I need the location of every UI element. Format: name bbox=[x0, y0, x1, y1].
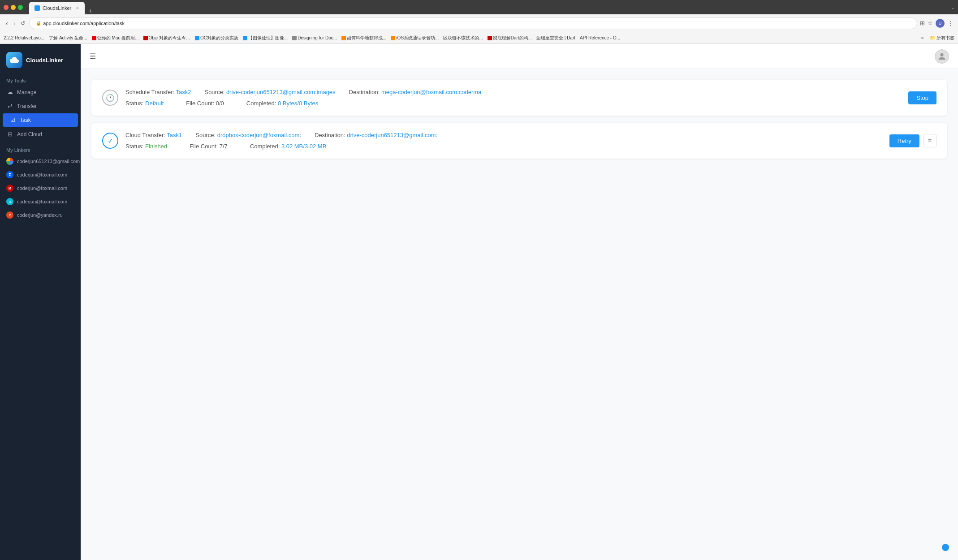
sidebar-item-add-cloud[interactable]: ⊞ Add Cloud bbox=[0, 127, 81, 141]
bookmark-8[interactable]: 如何科学地获得成... bbox=[341, 35, 386, 41]
linker-item-gmail[interactable]: coderjun651213@gmail.com bbox=[0, 155, 81, 168]
retry-button[interactable]: Retry bbox=[889, 134, 919, 147]
back-button[interactable]: ‹ bbox=[4, 18, 9, 28]
task2-name-link[interactable]: Task2 bbox=[176, 89, 191, 95]
task2-info: Schedule Transfer: Task2 Source: drive-c… bbox=[125, 89, 901, 107]
task2-file-count: File Count: 0/0 bbox=[186, 100, 224, 107]
star-icon[interactable]: ☆ bbox=[928, 20, 933, 26]
task1-status-value: Finished bbox=[145, 143, 167, 150]
traffic-lights bbox=[4, 5, 23, 10]
top-bar: ☰ bbox=[81, 44, 958, 69]
task1-bottom-row: Status: Finished File Count: 7/7 Complet… bbox=[125, 143, 882, 150]
cloud-logo-icon bbox=[10, 56, 19, 65]
bookmark-9[interactable]: iOS系统通话录音功... bbox=[391, 35, 439, 41]
hamburger-menu-icon[interactable]: ☰ bbox=[90, 52, 96, 60]
bookmark-5[interactable]: OC对象的分类实质 bbox=[195, 35, 238, 41]
task2-top-row: Schedule Transfer: Task2 Source: drive-c… bbox=[125, 89, 901, 95]
task2-status-icon: 🕐 bbox=[102, 90, 118, 106]
sidebar-item-manage[interactable]: ☁ Manage bbox=[0, 85, 81, 99]
task1-actions: Retry ≡ bbox=[889, 134, 936, 147]
cloud4-email: coderjun@foxmail.com bbox=[17, 199, 67, 204]
traffic-light-red[interactable] bbox=[4, 5, 9, 10]
task2-status: Status: Default bbox=[125, 100, 164, 107]
address-input-container[interactable]: 🔒 app.cloudslinker.com/application/task bbox=[29, 17, 917, 29]
yandex-email: coderjun@yandex.ru bbox=[17, 212, 63, 218]
transfer-label: Transfer bbox=[17, 103, 37, 109]
reload-button[interactable]: ↺ bbox=[19, 19, 26, 28]
add-cloud-icon: ⊞ bbox=[6, 131, 13, 138]
bookmark-12[interactable]: 迈珺至空安全 | Dart bbox=[536, 35, 575, 41]
gmail-avatar bbox=[6, 158, 13, 165]
tab-title: CloudsLinker bbox=[43, 5, 71, 11]
sidebar: CloudsLinker My Tools ☁ Manage ⇄ Transfe… bbox=[0, 44, 81, 560]
my-tools-section-label: My Tools bbox=[0, 75, 81, 85]
task1-status-icon: ✓ bbox=[102, 133, 118, 149]
task1-completed: Completed: 3.02 MB/3.02 MB bbox=[250, 143, 327, 150]
task1-type-label: Cloud Transfer: Task1 bbox=[125, 132, 182, 138]
bookmark-6[interactable]: 【图像处理】图像... bbox=[243, 35, 288, 41]
bookmark-10[interactable]: 区块链不该技术的... bbox=[443, 35, 483, 41]
bookmark-4[interactable]: Objc 对象的今生今… bbox=[143, 35, 190, 41]
bookmark-7[interactable]: Designing for Doc... bbox=[292, 35, 337, 40]
more-options-button[interactable]: ≡ bbox=[923, 134, 936, 147]
tab-favicon bbox=[35, 5, 40, 11]
bookmark-1[interactable]: 2.2.2 RelativeLayo... bbox=[4, 35, 44, 40]
task2-bottom-row: Status: Default File Count: 0/0 Complete… bbox=[125, 100, 901, 107]
task1-info: Cloud Transfer: Task1 Source: dropbox-co… bbox=[125, 132, 882, 150]
more-options-icon[interactable]: ⋮ bbox=[947, 20, 954, 27]
bookmarks-bar: 2.2.2 RelativeLayo... 了解 Activity 生命... … bbox=[0, 32, 958, 44]
sidebar-logo: CloudsLinker bbox=[0, 48, 81, 75]
user-icon bbox=[938, 52, 946, 60]
task-card-task1: ✓ Cloud Transfer: Task1 Source: dropbox-… bbox=[91, 123, 947, 159]
logo-text: CloudsLinker bbox=[26, 57, 63, 64]
forward-button[interactable]: › bbox=[12, 18, 17, 28]
bookmark-3[interactable]: 让你的 Mac 提前用... bbox=[92, 35, 139, 41]
linker-item-mega[interactable]: M coderjun@foxmail.com bbox=[0, 181, 81, 195]
linker-item-cloud4[interactable]: ☁ coderjun@foxmail.com bbox=[0, 195, 81, 208]
extensions-icon[interactable]: ⊞ bbox=[920, 20, 925, 26]
user-avatar[interactable] bbox=[935, 49, 949, 64]
active-tab[interactable]: CloudsLinker ✕ bbox=[29, 2, 85, 14]
bookmark-11[interactable]: 彻底理解Dart的构... bbox=[488, 35, 532, 41]
task1-destination: Destination: drive-coderjun651213@gmail.… bbox=[315, 132, 437, 138]
new-tab-button[interactable]: + bbox=[86, 7, 94, 14]
linker-item-yandex[interactable]: Y coderjun@yandex.ru bbox=[0, 208, 81, 222]
task-card-task2: 🕐 Schedule Transfer: Task2 Source: drive… bbox=[91, 80, 947, 116]
dropbox-email: coderjun@foxmail.com bbox=[17, 172, 67, 177]
tab-close-icon[interactable]: ✕ bbox=[76, 6, 79, 10]
task2-completed-value: 0 Bytes/0 Bytes bbox=[278, 100, 318, 107]
task1-name-link[interactable]: Task1 bbox=[167, 132, 182, 138]
sidebar-item-task[interactable]: ☑ Task bbox=[3, 113, 78, 127]
yandex-avatar: Y bbox=[6, 211, 13, 219]
mega-avatar: M bbox=[6, 185, 13, 192]
manage-label: Manage bbox=[17, 89, 36, 95]
stop-button[interactable]: Stop bbox=[908, 91, 936, 104]
bookmarks-more-icon[interactable]: » bbox=[921, 35, 924, 40]
reading-list-icon[interactable]: 📁 所有书签 bbox=[930, 35, 954, 41]
traffic-light-green[interactable] bbox=[18, 5, 23, 10]
my-linkers-section-label: My Linkers bbox=[0, 141, 81, 155]
task2-status-value: Default bbox=[145, 100, 164, 107]
task2-dest-value: mega-coderjun@foxmail.com:coderma bbox=[381, 89, 481, 95]
window-minimize-icon: ⌄ bbox=[951, 5, 954, 10]
task1-dest-value: drive-coderjun651213@gmail.com: bbox=[347, 132, 437, 138]
task1-top-row: Cloud Transfer: Task1 Source: dropbox-co… bbox=[125, 132, 882, 138]
task-icon: ☑ bbox=[9, 117, 16, 123]
mega-email: coderjun@foxmail.com bbox=[17, 185, 67, 191]
add-cloud-label: Add Cloud bbox=[17, 131, 42, 138]
bookmark-13[interactable]: API Reference - O... bbox=[580, 35, 620, 40]
content-area: 🕐 Schedule Transfer: Task2 Source: drive… bbox=[81, 69, 958, 560]
task2-completed: Completed: 0 Bytes/0 Bytes bbox=[246, 100, 318, 107]
sidebar-item-transfer[interactable]: ⇄ Transfer bbox=[0, 99, 81, 113]
gmail-email: coderjun651213@gmail.com bbox=[17, 159, 80, 164]
user-profile-icon[interactable]: U bbox=[936, 19, 945, 28]
status-bubble bbox=[942, 544, 949, 551]
logo-icon bbox=[6, 52, 22, 68]
linker-item-dropbox[interactable]: coderjun@foxmail.com bbox=[0, 168, 81, 181]
task2-type-label: Schedule Transfer: Task2 bbox=[125, 89, 191, 95]
bookmark-2[interactable]: 了解 Activity 生命... bbox=[49, 35, 87, 41]
task2-destination: Destination: mega-coderjun@foxmail.com:c… bbox=[349, 89, 482, 95]
transfer-icon: ⇄ bbox=[6, 103, 13, 109]
task2-actions: Stop bbox=[908, 91, 936, 104]
traffic-light-yellow[interactable] bbox=[11, 5, 16, 10]
